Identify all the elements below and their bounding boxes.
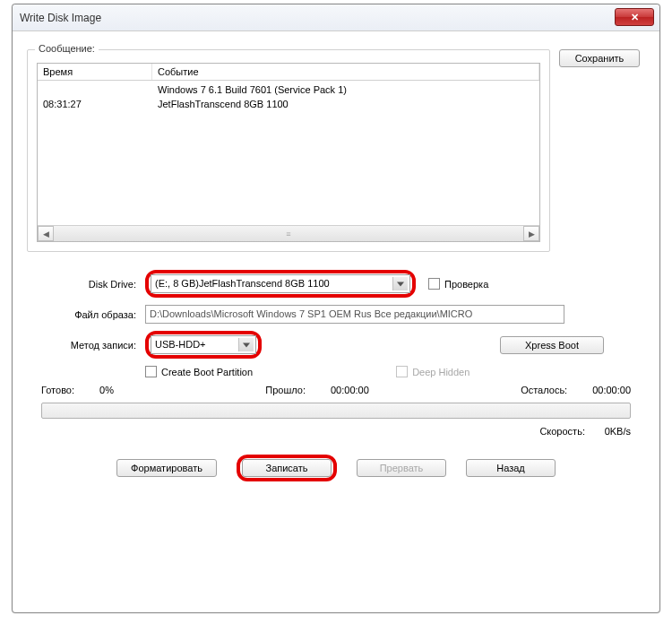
format-button[interactable]: Форматировать — [116, 459, 217, 477]
back-button[interactable]: Назад — [466, 459, 556, 477]
cell-time: 08:31:27 — [38, 97, 152, 111]
close-button[interactable]: ✕ — [615, 8, 654, 26]
close-icon: ✕ — [631, 12, 639, 23]
imagefile-value: D:\Downloads\Microsoft Windows 7 SP1 OEM… — [150, 308, 472, 321]
save-button[interactable]: Сохранить — [559, 49, 640, 67]
scroll-right-icon[interactable]: ▶ — [523, 226, 539, 241]
deep-hidden-label: Deep Hidden — [412, 367, 470, 377]
button-bar: Форматировать Записать Прервать Назад — [27, 455, 645, 481]
titlebar: Write Disk Image ✕ — [13, 4, 659, 31]
highlight-disk-drive: (E:, 8 GB)JetFlashTranscend 8GB 1100 — [145, 270, 416, 298]
col-event[interactable]: Событие — [152, 64, 539, 80]
scroll-thumb[interactable]: ≡ — [148, 228, 429, 239]
disk-drive-value: (E:, 8 GB)JetFlashTranscend 8GB 1100 — [155, 277, 330, 290]
elapsed-value: 00:00:00 — [331, 385, 369, 395]
create-boot-label: Create Boot Partition — [161, 367, 253, 377]
message-group-label: Сообщение: — [35, 43, 99, 54]
checkbox-icon — [145, 366, 157, 377]
scroll-left-icon[interactable]: ◀ — [38, 226, 54, 241]
chevron-down-icon — [397, 282, 404, 286]
imagefile-field[interactable]: D:\Downloads\Microsoft Windows 7 SP1 OEM… — [145, 305, 564, 324]
message-group: Сообщение: Время Событие Windows 7 6.1 B… — [27, 49, 550, 252]
create-boot-checkbox[interactable]: Create Boot Partition — [145, 366, 253, 377]
window-title: Write Disk Image — [20, 12, 101, 24]
cell-event: JetFlashTranscend 8GB 1100 — [152, 97, 539, 111]
xpress-boot-button[interactable]: Xpress Boot — [500, 336, 604, 354]
highlight-write-button: Записать — [237, 455, 337, 481]
progress-bar — [41, 403, 631, 419]
abort-button: Прервать — [357, 459, 446, 477]
list-item[interactable]: 08:31:27 JetFlashTranscend 8GB 1100 — [38, 97, 539, 111]
write-method-combo[interactable]: USB-HDD+ — [151, 335, 256, 354]
writemethod-label: Метод записи: — [27, 340, 140, 351]
h-scrollbar[interactable]: ◀ ≡ ▶ — [38, 225, 539, 241]
status-row: Готово: 0% Прошло: 00:00:00 Осталось: 00… — [27, 385, 645, 395]
speed-label: Скорость: — [539, 426, 585, 437]
ready-value: 0% — [99, 385, 114, 395]
checkbox-icon — [428, 278, 440, 290]
deep-hidden-checkbox: Deep Hidden — [396, 366, 470, 377]
col-time[interactable]: Время — [38, 64, 152, 80]
listview-body: Windows 7 6.1 Build 7601 (Service Pack 1… — [38, 81, 539, 113]
cell-event: Windows 7 6.1 Build 7601 (Service Pack 1… — [152, 82, 539, 97]
ready-label: Готово: — [41, 385, 74, 395]
checkbox-icon — [396, 366, 408, 377]
list-item[interactable]: Windows 7 6.1 Build 7601 (Service Pack 1… — [38, 82, 539, 97]
write-button[interactable]: Записать — [242, 459, 332, 477]
speed-value: 0KB/s — [588, 426, 631, 437]
chevron-down-icon — [243, 342, 250, 347]
disk-drive-label: Disk Drive: — [27, 279, 140, 290]
listview-header[interactable]: Время Событие — [38, 64, 539, 81]
disk-drive-combo[interactable]: (E:, 8 GB)JetFlashTranscend 8GB 1100 — [151, 274, 410, 293]
imagefile-label: Файл образа: — [27, 309, 140, 320]
verify-label: Проверка — [444, 279, 488, 290]
cell-time — [38, 82, 152, 97]
write-method-value: USB-HDD+ — [155, 338, 206, 351]
highlight-write-method: USB-HDD+ — [145, 331, 262, 359]
message-listview[interactable]: Время Событие Windows 7 6.1 Build 7601 (… — [37, 63, 540, 242]
content-area: Сообщение: Время Событие Windows 7 6.1 B… — [13, 31, 659, 490]
elapsed-label: Прошло: — [265, 385, 306, 395]
remain-label: Осталось: — [521, 385, 567, 395]
scroll-track[interactable]: ≡ — [54, 226, 523, 241]
verify-checkbox[interactable]: Проверка — [428, 278, 488, 290]
dialog-window: Write Disk Image ✕ Сообщение: Время Собы… — [12, 4, 660, 613]
remain-value: 00:00:00 — [592, 385, 631, 395]
